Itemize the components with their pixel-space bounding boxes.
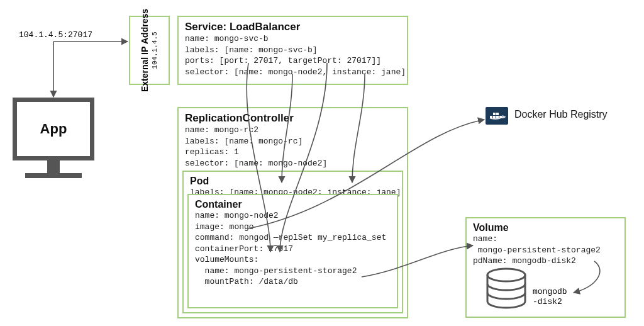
volume-body: name: mongo-persistent-storage2 pdName: …	[473, 233, 618, 267]
volume-title: Volume	[473, 222, 618, 233]
service-body: name: mongo-svc-b labels: [name: mongo-s…	[185, 33, 401, 77]
external-ip-value: 104.1.4.5	[152, 9, 159, 92]
rc-body: name: mongo-rc2 labels: [name: mongo-rc]…	[185, 125, 401, 169]
app-stand	[47, 160, 60, 173]
docker-label: Docker Hub Registry	[514, 109, 608, 120]
container-title: Container	[195, 199, 391, 210]
svg-rect-1	[493, 116, 496, 118]
external-ip-subtitle: Address	[140, 9, 150, 44]
rc-title: ReplicationController	[185, 112, 401, 125]
svg-rect-2	[496, 116, 499, 118]
address-text: 104.1.4.5:27017	[19, 30, 92, 40]
app-computer: App	[13, 98, 94, 183]
external-ip-title: External IP	[140, 47, 150, 92]
pod-title: Pod	[190, 176, 396, 187]
app-label: App	[40, 121, 67, 137]
svg-rect-3	[493, 113, 496, 115]
disk-label-2: -disk2	[533, 297, 562, 306]
svg-rect-4	[496, 113, 499, 115]
docker-icon	[486, 107, 508, 125]
container-box: Container name: mongo-node2 image: mongo…	[187, 194, 398, 308]
svg-rect-0	[490, 116, 492, 118]
service-box: Service: LoadBalancer name: mongo-svc-b …	[177, 16, 408, 85]
service-title: Service: LoadBalancer	[185, 21, 401, 33]
disk-label-1: mongodb	[533, 287, 567, 296]
external-ip-box: External IP Address 104.1.4.5	[129, 16, 170, 85]
container-body: name: mongo-node2 image: mongo command: …	[195, 210, 391, 288]
app-screen: App	[13, 98, 94, 160]
app-base	[25, 173, 82, 178]
